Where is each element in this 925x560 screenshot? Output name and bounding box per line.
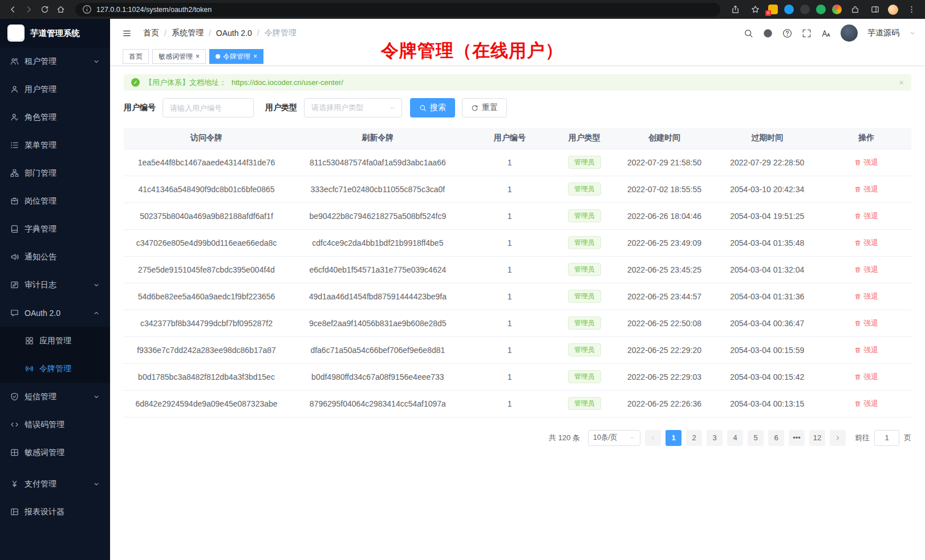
browser-menu-icon[interactable]: [904, 3, 918, 17]
fullscreen-icon[interactable]: [802, 29, 812, 38]
extension-dark-icon[interactable]: [800, 5, 810, 14]
force-logout-button[interactable]: 强退: [854, 345, 878, 355]
table-row: 502375b8040a469a9b82188afdf6af1fbe90422b…: [124, 202, 911, 229]
table-row: 41c41346a548490f9dc8b01c6bfe0865333ecfc7…: [124, 176, 911, 202]
sidebar-item-label: 报表设计器: [25, 507, 100, 517]
help-icon[interactable]: [782, 29, 792, 38]
table-row: f9336e7c7dd242a283ee98dc86b17a87dfa6c71a…: [124, 336, 911, 363]
next-page-button[interactable]: [830, 430, 846, 446]
extension-adblock-icon[interactable]: 0: [768, 5, 778, 14]
sidebar-item-tenant[interactable]: 租户管理: [0, 47, 110, 75]
trash-icon: [854, 213, 861, 220]
sidebar-item-user[interactable]: 用户管理: [0, 75, 110, 103]
browser-forward-button[interactable]: [22, 3, 35, 17]
page-size-select[interactable]: 10条/页: [588, 430, 640, 446]
column-header: 访问令牌: [124, 128, 289, 149]
browser-home-button[interactable]: [54, 3, 67, 17]
force-logout-button[interactable]: 强退: [854, 211, 878, 221]
browser-profile-avatar[interactable]: [888, 5, 898, 15]
sidebar-item-sms[interactable]: 短信管理: [0, 383, 110, 411]
tab-1[interactable]: 敏感词管理×: [152, 49, 206, 64]
sidebar-item-oauth2-token[interactable]: 令牌管理: [0, 355, 110, 383]
page-button-12[interactable]: 12: [809, 430, 825, 446]
search-button[interactable]: 搜索: [410, 98, 455, 117]
browser-back-button[interactable]: [6, 3, 19, 17]
sidebar-item-sensitive-word[interactable]: 敏感词管理: [0, 439, 110, 466]
log-icon: [10, 281, 19, 289]
breadcrumb-item-2[interactable]: OAuth 2.0: [216, 29, 252, 38]
sidebar-item-oauth2[interactable]: OAuth 2.0: [0, 299, 110, 327]
reset-button[interactable]: 重置: [462, 98, 507, 117]
tab-2[interactable]: 令牌管理×: [209, 49, 263, 64]
breadcrumb-separator: /: [209, 29, 211, 38]
page-button-2[interactable]: 2: [686, 430, 702, 446]
user-avatar[interactable]: [841, 25, 858, 42]
tab-0[interactable]: 首页: [123, 49, 149, 64]
doc-link[interactable]: https://doc.iocoder.cn/user-center/: [232, 78, 343, 87]
user-menu-caret-icon[interactable]: [909, 30, 916, 36]
trash-icon: [854, 347, 861, 354]
sidebar-item-post[interactable]: 岗位管理: [0, 187, 110, 215]
breadcrumb: 首页/系统管理/OAuth 2.0/令牌管理: [143, 28, 297, 38]
prev-page-button[interactable]: [645, 430, 661, 446]
share-icon[interactable]: [728, 3, 742, 17]
page-button-1[interactable]: 1: [666, 430, 681, 446]
force-logout-button[interactable]: 强退: [854, 265, 878, 275]
extension-color-icon[interactable]: [832, 5, 842, 14]
force-logout-button[interactable]: 强退: [854, 399, 878, 409]
more-pages-button[interactable]: •••: [789, 430, 805, 446]
alert-close-icon[interactable]: ×: [899, 78, 904, 87]
force-logout-button[interactable]: 强退: [854, 291, 878, 302]
search-icon[interactable]: [744, 29, 753, 38]
sidebar-item-oauth2-app[interactable]: 应用管理: [0, 327, 110, 355]
search-icon: [744, 29, 753, 38]
extension-blue-icon[interactable]: [784, 5, 794, 14]
sidebar-item-report-designer[interactable]: 报表设计器: [0, 498, 110, 526]
page-button-6[interactable]: 6: [768, 430, 784, 446]
page-button-3[interactable]: 3: [707, 430, 723, 446]
browser-refresh-button[interactable]: [38, 3, 51, 17]
sidebar-item-dict[interactable]: 字典管理: [0, 215, 110, 243]
app-logo-area[interactable]: 芋道管理系统: [0, 19, 110, 47]
sidebar-item-notice[interactable]: 通知公告: [0, 243, 110, 271]
goto-page-input[interactable]: [874, 430, 899, 446]
sidebar-item-error-code[interactable]: 错误码管理: [0, 411, 110, 439]
page-button-5[interactable]: 5: [748, 430, 764, 446]
dept-icon: [10, 169, 19, 177]
browser-url-bar[interactable]: 127.0.0.1:1024/system/oauth2/token: [75, 3, 720, 17]
sidebar-toggle-icon[interactable]: [123, 27, 134, 39]
extensions-puzzle-icon[interactable]: [848, 3, 862, 17]
force-logout-button[interactable]: 强退: [854, 157, 878, 168]
github-icon[interactable]: [763, 29, 773, 38]
cell-expire-time: 2054-03-04 01:31:36: [713, 283, 822, 310]
sidebar-item-label: 敏感词管理: [25, 448, 100, 458]
sidebar-item-dept[interactable]: 部门管理: [0, 159, 110, 187]
user-name[interactable]: 芋道源码: [867, 28, 899, 38]
sidebar-item-audit-log[interactable]: 审计日志: [0, 271, 110, 299]
sidebar-item-menu[interactable]: 菜单管理: [0, 131, 110, 159]
tab-label: 首页: [129, 52, 143, 62]
chevron-down-icon: [93, 481, 100, 488]
breadcrumb-item-0[interactable]: 首页: [143, 28, 159, 38]
trash-icon: [854, 320, 861, 327]
force-logout-button[interactable]: 强退: [854, 372, 878, 382]
site-info-icon[interactable]: [82, 5, 92, 14]
bookmark-star-icon[interactable]: [748, 3, 762, 17]
share-icon: [731, 5, 740, 14]
user-id-input[interactable]: [163, 98, 254, 117]
page-content: ✓ 【用户体系】文档地址： https://doc.iocoder.cn/use…: [110, 66, 925, 560]
sidebar-item-role[interactable]: 角色管理: [0, 103, 110, 131]
user-type-select[interactable]: 请选择用户类型: [304, 98, 402, 117]
page-button-4[interactable]: 4: [727, 430, 743, 446]
side-panel-icon[interactable]: [868, 3, 882, 17]
extension-green-icon[interactable]: [816, 5, 826, 14]
tab-close-icon[interactable]: ×: [253, 53, 257, 60]
breadcrumb-item-1[interactable]: 系统管理: [172, 28, 204, 38]
breadcrumb-separator: /: [257, 29, 259, 38]
force-logout-button[interactable]: 强退: [854, 184, 878, 194]
tab-close-icon[interactable]: ×: [196, 53, 200, 60]
force-logout-button[interactable]: 强退: [854, 318, 878, 328]
force-logout-button[interactable]: 强退: [854, 238, 878, 248]
font-size-icon[interactable]: [821, 29, 831, 38]
sidebar-item-pay[interactable]: 支付管理: [0, 470, 110, 498]
